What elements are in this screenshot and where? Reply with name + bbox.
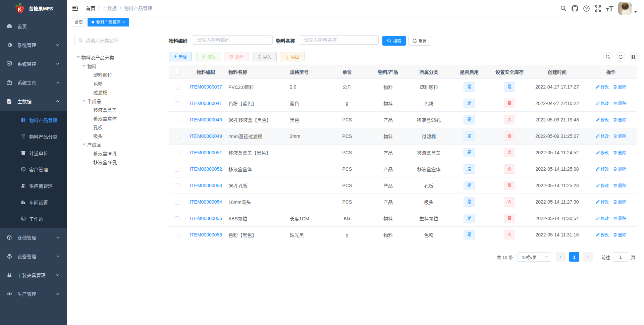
- svg-text:K: K: [17, 6, 22, 12]
